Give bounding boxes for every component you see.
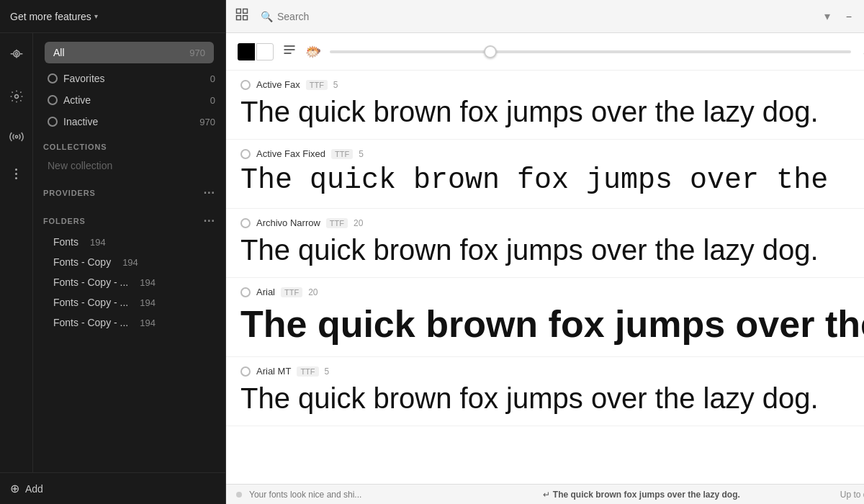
svg-rect-7: [243, 16, 248, 20]
grid-view-icon[interactable]: [235, 7, 249, 25]
nav-all[interactable]: All 970: [45, 42, 214, 63]
get-more-features-button[interactable]: Get more features ▾: [10, 11, 98, 22]
font-radio-0: [240, 80, 251, 90]
folder-item-3[interactable]: Fonts - Copy - ... 194: [33, 292, 225, 312]
nav-all-label: All: [53, 47, 179, 58]
folder-name: Fonts - Copy - ...: [53, 317, 128, 328]
folder-item-4[interactable]: Fonts - Copy - ... 194: [33, 312, 225, 333]
folder-count: 194: [122, 257, 138, 268]
toolbar: 🐡 42px ↺: [226, 33, 864, 71]
font-name-3: Arial: [256, 287, 275, 297]
font-type-0: TTF: [306, 80, 328, 90]
status-dot: [236, 492, 242, 498]
font-count-0: 5: [333, 80, 338, 90]
folder-count: 194: [140, 277, 156, 288]
filter-dropdown-icon[interactable]: ▾: [824, 9, 830, 23]
folder-count: 194: [140, 297, 156, 308]
font-size-label: 42px: [860, 46, 864, 58]
nav-all-count: 970: [189, 48, 205, 58]
font-type-4: TTF: [297, 366, 318, 377]
status-version: Up to date 2.10.3: [840, 490, 864, 500]
broadcast-icon[interactable]: [2, 122, 31, 151]
emoji-icon[interactable]: 🐡: [305, 44, 321, 60]
folder-name: Fonts - Copy: [53, 256, 111, 268]
font-size-slider-wrapper: [330, 50, 851, 53]
nav-inactive-count: 970: [199, 117, 215, 127]
new-collection-button[interactable]: New collection: [33, 156, 225, 176]
font-type-3: TTF: [281, 287, 302, 297]
folder-count: 194: [90, 237, 106, 248]
font-name-4: Arial MT: [256, 366, 291, 377]
font-name-1: Active Fax Fixed: [256, 148, 325, 159]
font-meta-1: Active Fax Fixed TTF 5: [240, 148, 864, 159]
font-radio-2: [240, 218, 251, 228]
font-count-3: 20: [308, 287, 318, 297]
svg-rect-4: [237, 9, 241, 14]
chevron-down-icon: ▾: [94, 12, 98, 20]
providers-more-icon[interactable]: ⋯: [203, 186, 215, 199]
font-preview-1: The quick brown fox jumps over the: [240, 163, 864, 198]
radio-icon: [48, 117, 58, 127]
font-entry-4[interactable]: Arial MT TTF 5 The quick brown fox jumps…: [226, 357, 864, 426]
text-align-icon[interactable]: [282, 42, 297, 60]
font-type-1: TTF: [331, 149, 353, 159]
add-button[interactable]: ⊕ Add: [0, 472, 225, 504]
font-entry-2[interactable]: Archivo Narrow TTF 20 The quick brown fo…: [226, 209, 864, 278]
font-count-1: 5: [359, 149, 364, 159]
add-label: Add: [25, 483, 43, 495]
font-radio-4: [240, 366, 251, 377]
nav-favorites-count: 0: [210, 73, 215, 84]
settings-icon[interactable]: [2, 82, 31, 111]
font-meta-2: Archivo Narrow TTF 20: [240, 217, 864, 228]
folder-count: 194: [140, 318, 156, 328]
folder-name: Fonts - Copy - ...: [53, 297, 128, 308]
nav-active[interactable]: Active 0: [33, 89, 225, 111]
font-count-4: 5: [325, 366, 330, 377]
folders-more-icon[interactable]: ⋯: [203, 214, 215, 228]
get-more-features-label: Get more features: [10, 11, 91, 22]
swatch-black: [238, 43, 255, 60]
nav-favorites[interactable]: Favorites 0: [33, 68, 225, 89]
folder-item-1[interactable]: Fonts - Copy 194: [33, 252, 225, 272]
sidebar-icon-strip: [0, 33, 33, 472]
font-entry-0[interactable]: Active Fax TTF 5 The quick brown fox jum…: [226, 71, 864, 140]
folder-item-0[interactable]: Fonts 194: [33, 232, 225, 252]
more-options-icon[interactable]: [9, 163, 23, 185]
window-controls: − □ ✕: [839, 6, 864, 27]
font-preview-0: The quick brown fox jumps over the lazy …: [240, 94, 864, 129]
fonts-icon[interactable]: [2, 42, 31, 71]
nav-favorites-label: Favorites: [63, 73, 200, 84]
minimize-button[interactable]: −: [839, 6, 859, 27]
color-swatch[interactable]: [238, 43, 274, 60]
folder-name: Fonts - Copy - ...: [53, 276, 128, 288]
font-count-2: 20: [354, 218, 363, 228]
font-meta-3: Arial TTF 20: [240, 287, 864, 297]
font-radio-3: [240, 287, 251, 297]
font-entry-1[interactable]: Active Fax Fixed TTF 5 The quick brown f…: [226, 140, 864, 209]
nav-inactive[interactable]: Inactive 970: [33, 111, 225, 132]
svg-rect-6: [237, 16, 241, 20]
nav-active-count: 0: [210, 95, 215, 106]
font-name-2: Archivo Narrow: [256, 217, 320, 228]
font-type-2: TTF: [326, 218, 348, 228]
status-preview-text: ↵ The quick brown fox jumps over the laz…: [448, 490, 836, 500]
font-size-slider[interactable]: [330, 50, 851, 53]
main-area: 🔍 ▾ − □ ✕ 🐡 42px ↺: [226, 0, 864, 504]
sidebar-header: Get more features ▾: [0, 0, 225, 33]
nav-active-label: Active: [63, 94, 200, 106]
font-name-0: Active Fax: [256, 79, 300, 90]
folder-item-2[interactable]: Fonts - Copy - ... 194: [33, 272, 225, 292]
font-entry-3[interactable]: Arial TTF 20 The quick brown fox jumps o…: [226, 278, 864, 357]
statusbar: Your fonts look nice and shi... ↵ The qu…: [226, 484, 864, 504]
status-text: Your fonts look nice and shi...: [249, 490, 444, 500]
folders-section-title: FOLDERS ⋯: [33, 204, 225, 232]
font-meta-0: Active Fax TTF 5: [240, 79, 864, 90]
search-input[interactable]: [277, 11, 810, 22]
svg-rect-5: [243, 9, 248, 14]
nav-section: All 970 Favorites 0 Active 0 Inactive 97: [33, 33, 225, 472]
plus-icon: ⊕: [10, 482, 19, 495]
swatch-white: [256, 43, 274, 60]
radio-icon: [48, 73, 58, 84]
collections-section-title: COLLECTIONS: [33, 132, 225, 156]
font-list: Active Fax TTF 5 The quick brown fox jum…: [226, 71, 864, 484]
